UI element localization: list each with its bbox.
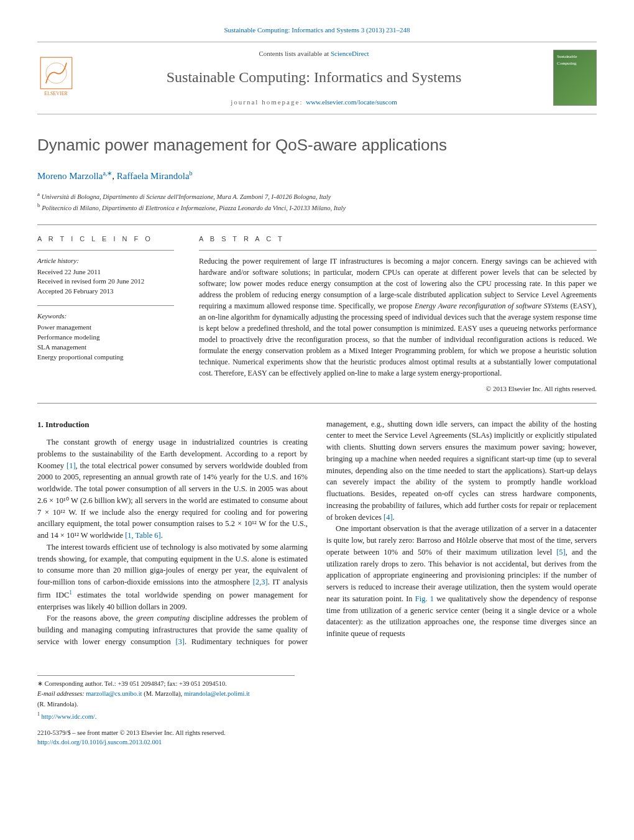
author-1[interactable]: Moreno Marzolla (37, 171, 103, 181)
history-revised: Received in revised form 20 June 2012 (37, 277, 174, 287)
author-2[interactable]: Raffaela Mirandola (117, 171, 190, 181)
abstract-column: A B S T R A C T Reducing the power requi… (199, 234, 597, 394)
elsevier-logo: ELSEVIER (37, 56, 75, 99)
doi-link[interactable]: http://dx.doi.org/10.1016/j.suscom.2013.… (37, 739, 162, 745)
keywords-head: Keywords: (37, 311, 174, 321)
footnote-1: 1 http://www.idc.com/. (37, 711, 295, 721)
citation-1-table6[interactable]: [1, Table 6] (125, 531, 161, 540)
email-addresses-note: E-mail addresses: marzolla@cs.unibo.it (… (37, 690, 295, 699)
section-1-head: 1. Introduction (37, 418, 308, 431)
footnote-1-link[interactable]: http://www.idc.com/ (42, 713, 95, 719)
author-2-affil-sup[interactable]: b (190, 170, 193, 177)
issn-copyright-line: 2210-5379/$ – see front matter © 2013 El… (37, 729, 597, 738)
journal-header: ELSEVIER Contents lists available at Sci… (37, 42, 597, 114)
keyword-1: Power management (37, 323, 174, 333)
citation-3[interactable]: [3] (175, 637, 185, 646)
para-2: The interest towards efficient use of te… (37, 542, 308, 613)
article-title: Dynamic power management for QoS-aware a… (37, 133, 597, 157)
journal-cover-thumbnail: Sustainable Computing (553, 50, 597, 106)
article-body: 1. Introduction The constant growth of e… (37, 418, 597, 648)
contents-available-line: Contents lists available at ScienceDirec… (87, 48, 541, 59)
journal-name: Sustainable Computing: Informatics and S… (87, 66, 541, 88)
article-info-column: A R T I C L E I N F O Article history: R… (37, 234, 174, 394)
keyword-4: Energy proportional computing (37, 353, 174, 362)
abstract-text: Reducing the power requirement of large … (199, 256, 597, 379)
email-who-2: (R. Mirandola). (37, 700, 295, 709)
history-accepted: Accepted 26 February 2013 (37, 287, 174, 297)
footnotes: ∗ Corresponding author. Tel.: +39 051 20… (37, 675, 295, 721)
affiliations: a Università di Bologna, Dipartimento di… (37, 190, 597, 213)
email-author-1[interactable]: marzolla@cs.unibo.it (86, 690, 142, 697)
citation-1[interactable]: [1] (67, 461, 76, 470)
citation-5[interactable]: [5] (556, 548, 566, 556)
journal-homepage-line: journal homepage: www.elsevier.com/locat… (87, 97, 541, 108)
authors-line: Moreno Marzollaa,∗, Raffaela Mirandolab (37, 168, 597, 183)
author-1-affil-sup[interactable]: a,∗ (103, 170, 112, 177)
article-info-head: A R T I C L E I N F O (37, 234, 174, 244)
abstract-head: A B S T R A C T (199, 234, 597, 244)
para-4: One important observation is that the av… (326, 523, 597, 640)
abstract-copyright: © 2013 Elsevier Inc. All rights reserved… (199, 384, 597, 394)
keyword-2: Performance modeling (37, 333, 174, 343)
front-matter-footer: 2210-5379/$ – see front matter © 2013 El… (37, 729, 597, 747)
para-1: The constant growth of energy usage in i… (37, 436, 308, 542)
corresponding-author-note: ∗ Corresponding author. Tel.: +39 051 20… (37, 680, 295, 689)
email-author-2[interactable]: mirandola@elet.polimi.it (184, 690, 250, 697)
sciencedirect-link[interactable]: ScienceDirect (331, 50, 369, 57)
citation-4[interactable]: [4] (384, 513, 393, 522)
journal-homepage-link[interactable]: www.elsevier.com/locate/suscom (306, 98, 397, 106)
history-received: Received 22 June 2011 (37, 267, 174, 277)
journal-issue-link[interactable]: Sustainable Computing: Informatics and S… (37, 25, 597, 35)
fig-1-ref[interactable]: Fig. 1 (415, 594, 434, 603)
keyword-3: SLA management (37, 343, 174, 353)
article-history-head: Article history: (37, 256, 174, 266)
citation-2-3[interactable]: [2,3] (253, 578, 268, 586)
